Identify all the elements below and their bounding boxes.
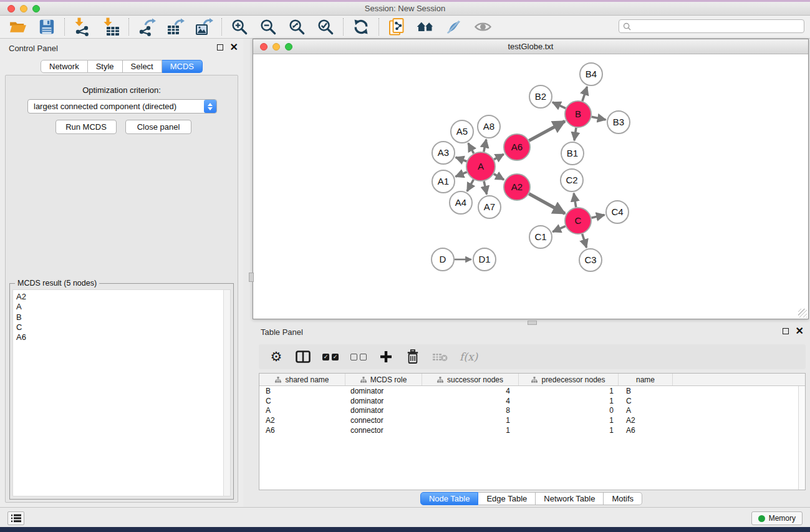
table-cell[interactable]: 1 — [519, 426, 619, 435]
graph-node-A4[interactable]: A4 — [450, 191, 472, 214]
table-row[interactable]: Adominator80A — [259, 405, 798, 415]
table-cell[interactable]: A2 — [259, 416, 345, 425]
mcds-result-list[interactable]: A2ABCA6 — [12, 289, 231, 496]
graph-edge[interactable] — [494, 154, 504, 159]
graph-edge[interactable] — [592, 215, 605, 218]
graph-edge[interactable] — [494, 174, 504, 180]
graph-node-A6[interactable]: A6 — [504, 134, 530, 160]
graph-edge[interactable] — [552, 226, 566, 232]
graph-edge[interactable] — [484, 140, 486, 152]
graph-edge[interactable] — [582, 87, 587, 101]
mcds-result-item[interactable]: A6 — [13, 332, 230, 342]
column-header-shared-name[interactable]: shared name — [259, 374, 345, 385]
save-session-button[interactable] — [37, 17, 56, 36]
table-cell[interactable]: A6 — [619, 426, 673, 435]
add-column-button[interactable] — [378, 349, 393, 365]
graph-edge[interactable] — [574, 128, 576, 140]
function-builder-button[interactable]: f(x) — [460, 349, 478, 365]
table-cell[interactable]: 1 — [519, 387, 619, 395]
search-box[interactable] — [619, 19, 804, 33]
table-row[interactable]: A2connector11A2 — [259, 415, 798, 425]
graph-node-B3[interactable]: B3 — [607, 111, 630, 133]
graph-edge[interactable] — [484, 181, 487, 195]
zoom-out-button[interactable] — [259, 17, 277, 36]
float-table-panel-icon[interactable] — [783, 328, 789, 334]
column-header-mcds-role[interactable]: MCDS role — [345, 374, 422, 385]
mcds-list-scrollbar[interactable] — [223, 290, 230, 496]
graph-node-C2[interactable]: C2 — [561, 169, 583, 191]
graph-node-A1[interactable]: A1 — [432, 170, 455, 193]
vertical-divider-handle[interactable] — [249, 273, 254, 282]
graph-node-B[interactable]: B — [565, 101, 591, 127]
graph-node-B1[interactable]: B1 — [561, 142, 584, 165]
network-overview-button[interactable] — [416, 17, 435, 36]
mcds-result-item[interactable]: B — [13, 312, 230, 322]
graph-edge[interactable] — [592, 117, 606, 120]
table-scrollbar[interactable] — [798, 386, 805, 490]
table-cell[interactable]: B — [619, 387, 673, 395]
zoom-fit-selected-button[interactable] — [316, 17, 335, 36]
resize-grip-icon[interactable] — [798, 309, 807, 317]
table-cell[interactable]: 4 — [422, 397, 519, 405]
table-cell[interactable]: 1 — [519, 416, 619, 425]
tab-select[interactable]: Select — [123, 60, 162, 73]
table-cell[interactable]: 1 — [519, 397, 619, 405]
delete-table-button[interactable] — [432, 349, 448, 365]
search-input[interactable] — [634, 22, 804, 31]
table-cell[interactable]: dominator — [345, 406, 422, 415]
graph-edge[interactable] — [456, 157, 467, 162]
tab-style[interactable]: Style — [88, 60, 123, 73]
select-all-button[interactable]: ✓ ✓ — [322, 349, 339, 365]
graph-node-C3[interactable]: C3 — [579, 249, 602, 271]
run-mcds-button[interactable]: Run MCDS — [55, 120, 117, 134]
criterion-dropdown[interactable]: largest connected component (directed) — [27, 99, 217, 114]
tab-network[interactable]: Network — [41, 60, 88, 73]
mcds-result-item[interactable]: A — [13, 302, 230, 312]
birds-eye-view-button[interactable] — [473, 17, 492, 36]
table-cell[interactable]: A — [259, 406, 345, 415]
export-network-button[interactable] — [137, 17, 156, 36]
deselect-all-button[interactable] — [350, 349, 367, 365]
zoom-in-button[interactable] — [230, 17, 249, 36]
mcds-result-item[interactable]: C — [13, 322, 230, 332]
graph-node-C[interactable]: C — [565, 208, 591, 234]
task-history-button[interactable] — [7, 511, 24, 525]
table-cell[interactable]: dominator — [345, 387, 422, 395]
table-cell[interactable]: 8 — [422, 406, 519, 415]
table-cell[interactable]: 1 — [422, 426, 519, 435]
graph-node-A8[interactable]: A8 — [478, 115, 500, 138]
graphics-details-button[interactable] — [445, 17, 463, 36]
graph-edge[interactable] — [529, 121, 565, 140]
tab-motifs[interactable]: Motifs — [604, 492, 642, 505]
graph-node-A7[interactable]: A7 — [478, 196, 501, 218]
graph-node-B2[interactable]: B2 — [529, 85, 552, 108]
table-cell[interactable]: B — [259, 387, 345, 395]
table-cell[interactable]: connector — [345, 416, 422, 425]
table-cell[interactable]: A6 — [259, 426, 345, 435]
column-header-predecessor-nodes[interactable]: predecessor nodes — [519, 374, 619, 385]
network-canvas[interactable]: B4B2BB3A5A8A6B1A3AA1A2C2A4A7CC4C1C3DD1 — [253, 54, 808, 319]
close-panel-button[interactable]: Close panel — [125, 120, 191, 134]
table-row[interactable]: Bdominator41B — [259, 386, 798, 396]
graph-edge[interactable] — [468, 143, 474, 153]
graph-node-D[interactable]: D — [432, 248, 454, 271]
mcds-result-item[interactable]: A2 — [13, 292, 230, 302]
apply-layout-button[interactable] — [352, 17, 370, 36]
graph-edge[interactable] — [456, 172, 467, 177]
graph-node-B4[interactable]: B4 — [580, 63, 602, 85]
table-cell[interactable]: A2 — [619, 416, 673, 425]
table-cell[interactable]: connector — [345, 426, 422, 435]
table-cell[interactable]: 1 — [422, 416, 519, 425]
delete-column-button[interactable] — [405, 349, 420, 365]
graph-node-A2[interactable]: A2 — [504, 174, 530, 200]
table-cell[interactable]: dominator — [345, 397, 422, 405]
import-network-button[interactable] — [73, 17, 92, 36]
graph-edge[interactable] — [574, 193, 576, 208]
graph-node-C1[interactable]: C1 — [529, 226, 552, 248]
float-panel-icon[interactable] — [217, 44, 223, 51]
graph-edge[interactable] — [552, 102, 566, 109]
zoom-fit-content-button[interactable] — [287, 17, 306, 36]
graph-node-A3[interactable]: A3 — [432, 142, 455, 164]
tab-mcds[interactable]: MCDS — [162, 60, 203, 73]
table-cell[interactable]: C — [259, 397, 345, 405]
